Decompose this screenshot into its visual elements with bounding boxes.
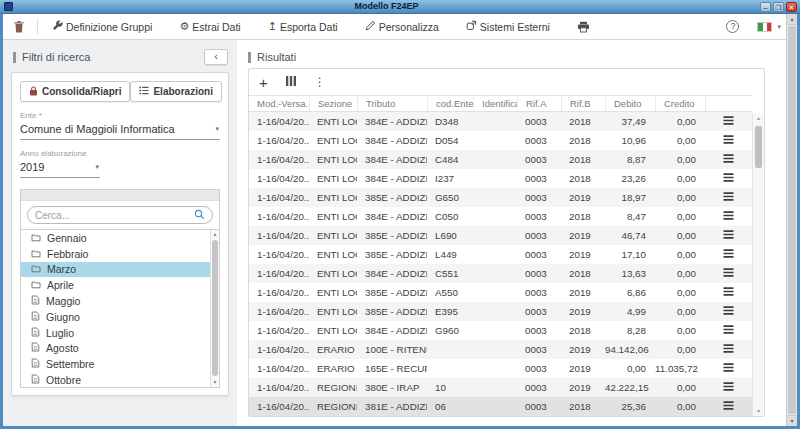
header-cell-mod-versa[interactable]: Mod.-Versa... xyxy=(249,96,309,111)
sistemi-esterni-button[interactable]: Sistemi Esterni xyxy=(466,20,550,33)
hamburger-icon xyxy=(723,154,734,165)
language-selector[interactable]: ▾ xyxy=(757,22,781,32)
month-item-maggio[interactable]: Maggio xyxy=(21,293,210,309)
month-item-febbraio[interactable]: Febbraio xyxy=(21,246,210,262)
header-cell-cod-ente[interactable]: cod.Ente xyxy=(427,96,473,111)
row-menu-button[interactable] xyxy=(705,173,752,184)
month-list-scrollbar[interactable]: ▴ ▾ xyxy=(210,230,219,387)
table-scrollbar[interactable]: ▴ ▾ xyxy=(752,113,764,416)
table-row[interactable]: 1-16/04/20...ENTI LOC...384E - ADDIZIO..… xyxy=(249,131,752,150)
wrench-icon xyxy=(52,20,63,33)
cell-cod-ente: E395 xyxy=(427,306,473,317)
close-button[interactable]: ✕ xyxy=(786,2,797,12)
cell-rif-b: 2019 xyxy=(561,287,605,298)
month-item-marzo[interactable]: Marzo xyxy=(21,262,210,278)
trash-icon[interactable] xyxy=(13,20,25,34)
scroll-up-icon[interactable]: ▴ xyxy=(787,14,797,25)
scrollbar-thumb[interactable] xyxy=(212,240,218,376)
row-menu-button[interactable] xyxy=(705,287,752,298)
personalizza-button[interactable]: Personalizza xyxy=(365,20,439,33)
scrollbar-thumb[interactable] xyxy=(788,26,796,414)
results-area: Risultati + ⋮ Mod.-Versa...SezioneTribut… xyxy=(237,40,797,426)
anno-select[interactable]: 2019 ▾ xyxy=(20,158,100,178)
cell-debito: 6,86 xyxy=(605,287,655,298)
scroll-up-icon[interactable]: ▴ xyxy=(211,230,219,239)
month-item-aprile[interactable]: Aprile xyxy=(21,277,210,293)
table-row[interactable]: 1-16/04/20...ENTI LOC...385E - ADDIZIO..… xyxy=(249,283,752,302)
cell-rif-a: 0003 xyxy=(517,306,561,317)
month-item-giugno[interactable]: Giugno xyxy=(21,309,210,325)
table-row[interactable]: 1-16/04/20...ENTI LOC...384E - ADDIZIO..… xyxy=(249,207,752,226)
minimize-button[interactable]: – xyxy=(760,2,771,12)
more-options-icon[interactable]: ⋮ xyxy=(314,75,326,89)
search-input[interactable]: Cerca... xyxy=(27,206,213,224)
definizione-gruppi-button[interactable]: Definizione Gruppi xyxy=(52,20,152,33)
row-menu-button[interactable] xyxy=(705,268,752,279)
collapse-sidebar-button[interactable]: ‹ xyxy=(204,49,228,65)
scroll-down-icon[interactable]: ▾ xyxy=(787,415,797,426)
scrollbar-thumb[interactable] xyxy=(755,126,762,168)
table-row[interactable]: 1-16/04/20...REGIONI381E - ADDIZIO...060… xyxy=(249,397,752,416)
table-row[interactable]: 1-16/04/20...ERARIO100E - RITENUT...0003… xyxy=(249,340,752,359)
esporta-dati-button[interactable]: ↥ Esporta Dati xyxy=(268,21,338,33)
header-cell-rif-a[interactable]: Rif.A xyxy=(517,96,561,111)
chevron-down-icon: ▾ xyxy=(95,163,99,171)
printer-icon[interactable] xyxy=(577,21,590,33)
month-item-settembre[interactable]: Settembre xyxy=(21,356,210,372)
header-cell-rif-b[interactable]: Rif.B xyxy=(561,96,605,111)
columns-icon[interactable] xyxy=(285,73,297,91)
scroll-up-icon[interactable]: ▴ xyxy=(753,113,764,123)
header-cell-sezione[interactable]: Sezione xyxy=(309,96,357,111)
row-menu-button[interactable] xyxy=(705,249,752,260)
add-row-button[interactable]: + xyxy=(259,75,268,90)
ente-select[interactable]: Comune di Maggioli Informatica ▾ xyxy=(20,120,220,140)
scroll-down-icon[interactable]: ▾ xyxy=(211,378,219,387)
table-row[interactable]: 1-16/04/20...ENTI LOC...384E - ADDIZIO..… xyxy=(249,112,752,131)
cell-sezione: ENTI LOC... xyxy=(309,211,357,222)
table-row[interactable]: 1-16/04/20...ERARIO165E - RECUPE...00032… xyxy=(249,359,752,378)
search-icon xyxy=(194,206,205,224)
row-menu-button[interactable] xyxy=(705,135,752,146)
maximize-button[interactable]: ❐ xyxy=(773,2,784,12)
row-menu-button[interactable] xyxy=(705,230,752,241)
help-icon[interactable]: ? xyxy=(726,20,739,33)
month-item-ottobre[interactable]: Ottobre xyxy=(21,372,210,387)
month-item-luglio[interactable]: Luglio xyxy=(21,325,210,341)
estrai-dati-button[interactable]: ⚙ Estrai Dati xyxy=(179,21,240,33)
header-cell-credito[interactable]: Credito xyxy=(655,96,705,111)
table-row[interactable]: 1-16/04/20...ENTI LOC...384E - ADDIZIO..… xyxy=(249,150,752,169)
row-menu-button[interactable] xyxy=(705,192,752,203)
table-row[interactable]: 1-16/04/20...ENTI LOC...385E - ADDIZIO..… xyxy=(249,245,752,264)
row-menu-button[interactable] xyxy=(705,363,752,374)
header-cell-identificat[interactable]: Identificat... xyxy=(473,96,517,111)
table-row[interactable]: 1-16/04/20...ENTI LOC...384E - ADDIZIO..… xyxy=(249,321,752,340)
row-menu-button[interactable] xyxy=(705,211,752,222)
table-row[interactable]: 1-16/04/20...ENTI LOC...385E - ADDIZIO..… xyxy=(249,302,752,321)
row-menu-button[interactable] xyxy=(705,325,752,336)
table-row[interactable]: 1-16/04/20...ENTI LOC...384E - ADDIZIO..… xyxy=(249,264,752,283)
cell-tributo: 380E - IRAP xyxy=(357,382,427,393)
elaborazioni-button[interactable]: Elaborazioni xyxy=(130,81,221,102)
consolida-riapri-button[interactable]: Consolida/Riapri xyxy=(20,81,130,102)
month-item-agosto[interactable]: Agosto xyxy=(21,341,210,357)
row-menu-button[interactable] xyxy=(705,116,752,127)
table-row[interactable]: 1-16/04/20...ENTI LOC...385E - ADDIZIO..… xyxy=(249,188,752,207)
header-cell-tributo[interactable]: Tributo xyxy=(357,96,427,111)
row-menu-button[interactable] xyxy=(705,154,752,165)
header-cell-debito[interactable]: Debito xyxy=(605,96,655,111)
cell-cod-ente: I237 xyxy=(427,173,473,184)
table-row[interactable]: 1-16/04/20...ENTI LOC...385E - ADDIZIO..… xyxy=(249,226,752,245)
row-menu-button[interactable] xyxy=(705,382,752,393)
sidebar-title: Filtri di ricerca xyxy=(22,51,204,63)
row-menu-button[interactable] xyxy=(705,344,752,355)
table-row[interactable]: 1-16/04/20...ENTI LOC...384E - ADDIZIO..… xyxy=(249,169,752,188)
italy-flag-icon xyxy=(757,22,772,32)
app-scrollbar[interactable]: ▴ ▾ xyxy=(786,14,797,426)
cell-rif-a: 0003 xyxy=(517,154,561,165)
month-item-gennaio[interactable]: Gennaio xyxy=(21,230,210,246)
scroll-down-icon[interactable]: ▾ xyxy=(753,406,764,416)
row-menu-button[interactable] xyxy=(705,306,752,317)
row-menu-button[interactable] xyxy=(705,401,752,412)
cell-tributo: 384E - ADDIZIO... xyxy=(357,116,427,127)
table-row[interactable]: 1-16/04/20...REGIONI380E - IRAP100003201… xyxy=(249,378,752,397)
